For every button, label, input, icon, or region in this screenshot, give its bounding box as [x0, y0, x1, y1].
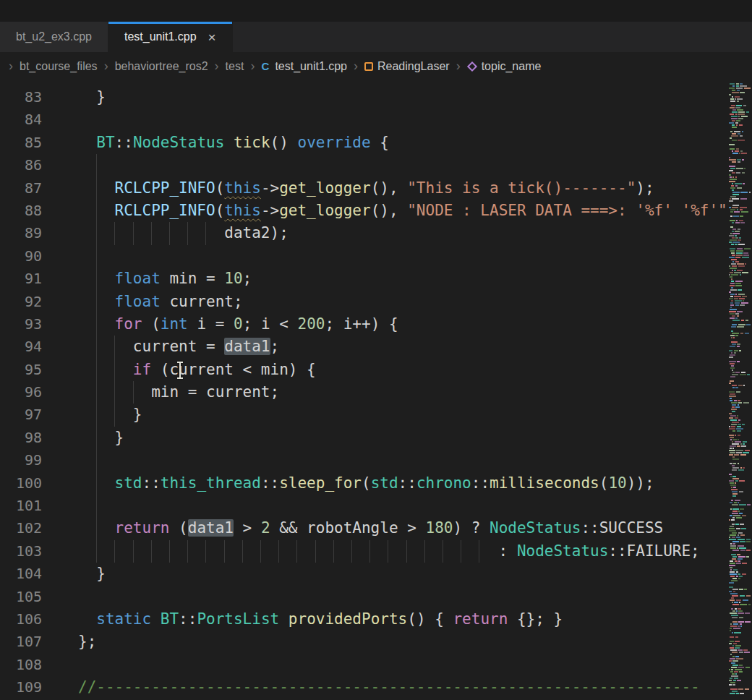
- code-token: BT: [161, 610, 179, 628]
- code-line-104[interactable]: 104 }: [0, 563, 752, 585]
- line-content: float current;: [78, 291, 752, 313]
- indent-guide: [96, 427, 97, 449]
- code-line-108[interactable]: 108: [0, 654, 752, 676]
- editor[interactable]: 83 }8485 BT::NodeStatus tick() override …: [0, 81, 752, 700]
- code-line-86[interactable]: 86: [0, 154, 752, 176]
- line-number: 108: [0, 654, 42, 676]
- code-token: int: [161, 315, 188, 333]
- line-content: }: [78, 86, 752, 108]
- code-line-107[interactable]: 107};: [0, 631, 752, 653]
- code-line-103[interactable]: 103 : NodeStatus::FAILURE;: [0, 540, 752, 563]
- code-token: {: [371, 134, 389, 151]
- code-line-87[interactable]: 87 RCLCPP_INFO(this->get_logger(), "This…: [0, 177, 752, 200]
- line-content: : NodeStatus::FAILURE;: [78, 540, 752, 563]
- mouse-ibeam-cursor: [176, 362, 184, 379]
- chevron-right-icon: ›: [354, 59, 358, 74]
- breadcrumb-item-topic_name[interactable]: topic_name: [467, 60, 542, 73]
- code-line-91[interactable]: 91 float min = 10;: [0, 268, 752, 290]
- code-token: NodeStatus: [490, 519, 581, 537]
- code-line-92[interactable]: 92 float current;: [0, 291, 752, 313]
- line-number: 98: [0, 427, 42, 449]
- code-line-94[interactable]: 94 current = data1;: [0, 336, 752, 358]
- code-token: [224, 134, 234, 151]
- indent-guide: [187, 540, 188, 563]
- code-token: NodeStatus: [133, 134, 224, 151]
- code-line-97[interactable]: 97 }: [0, 404, 752, 426]
- code-line-88[interactable]: 88 RCLCPP_INFO(this->get_logger(), "NODE…: [0, 200, 752, 222]
- indent-guide: [169, 222, 170, 244]
- code-token: ->: [261, 179, 279, 197]
- line-content: RCLCPP_INFO(this->get_logger(), "This is…: [78, 177, 752, 200]
- code-token: (: [599, 474, 609, 492]
- code-token: PortsList: [197, 610, 279, 628]
- line-number: 107: [0, 631, 42, 653]
- code-token: {}; }: [508, 610, 563, 628]
- line-number: 85: [0, 132, 42, 154]
- tab-test_unit1[interactable]: test_unit1.cpp ×: [108, 22, 233, 52]
- code-token: this: [224, 202, 261, 219]
- code-line-84[interactable]: 84: [0, 108, 752, 131]
- indent-guide: [96, 177, 97, 200]
- code-token: }: [78, 565, 106, 582]
- breadcrumb-item-ReadingLaser[interactable]: ReadingLaser: [364, 60, 450, 73]
- breadcrumb-item-bt_course_files[interactable]: bt_course_files: [20, 60, 98, 73]
- code-line-100[interactable]: 100 std::this_thread::sleep_for(std::chr…: [0, 472, 752, 495]
- code-token: for: [115, 315, 142, 333]
- code-line-102[interactable]: 102 return (data1 > 2 && robotAngle > 18…: [0, 517, 752, 539]
- code-line-99[interactable]: 99: [0, 449, 752, 471]
- line-content: [78, 586, 752, 608]
- code-line-98[interactable]: 98 }: [0, 427, 752, 449]
- indent-guide: [278, 540, 279, 563]
- code-line-106[interactable]: 106 static BT::PortsList providedPorts()…: [0, 608, 752, 631]
- indent-guide: [479, 540, 479, 563]
- indent-guide: [333, 540, 334, 563]
- tab-bt_u2_ex3[interactable]: bt_u2_ex3.cpp: [0, 22, 108, 52]
- code-token: ;: [270, 338, 280, 355]
- indent-guide: [205, 540, 206, 563]
- code-line-93[interactable]: 93 for (int i = 0; i < 200; i++) {: [0, 313, 752, 336]
- code-token: :: [78, 542, 517, 560]
- code-token: RCLCPP_INFO: [115, 202, 215, 219]
- code-line-109[interactable]: 109//-----------------------------------…: [0, 676, 752, 699]
- code-token: chrono: [416, 474, 471, 492]
- line-number: 103: [0, 540, 42, 563]
- line-content: }: [78, 404, 752, 426]
- indent-guide: [96, 381, 97, 404]
- code-token: ; i++) {: [325, 315, 398, 333]
- word-highlight: data1: [188, 519, 234, 537]
- line-number: 94: [0, 336, 42, 358]
- code-token: (),: [371, 179, 408, 197]
- breadcrumb-item-test_unit1.cpp[interactable]: test_unit1.cpp: [261, 60, 347, 73]
- line-content: std::this_thread::sleep_for(std::chrono:…: [78, 472, 752, 495]
- line-number: 90: [0, 245, 42, 268]
- line-content: }: [78, 427, 752, 449]
- code-line-85[interactable]: 85 BT::NodeStatus tick() override {: [0, 132, 752, 154]
- code-token: get_logger: [279, 202, 370, 219]
- breadcrumb-item-test[interactable]: test: [226, 60, 244, 73]
- code-token: sleep_for: [279, 474, 362, 492]
- indent-guide: [96, 359, 97, 381]
- breadcrumb-label: bt_course_files: [20, 60, 98, 73]
- indent-guide: [96, 517, 97, 539]
- minimap[interactable]: [728, 81, 752, 700]
- code-line-105[interactable]: 105: [0, 586, 752, 608]
- breadcrumb-item-behaviortree_ros2[interactable]: behaviortree_ros2: [115, 60, 208, 73]
- code-line-89[interactable]: 89 data2);: [0, 222, 752, 244]
- close-icon[interactable]: ×: [208, 30, 216, 44]
- code-token: return: [453, 610, 508, 628]
- code-token: 0: [234, 315, 243, 333]
- code-line-101[interactable]: 101: [0, 495, 752, 517]
- code-line-95[interactable]: 95 if (current < min) {: [0, 359, 752, 381]
- code-line-83[interactable]: 83 }: [0, 86, 752, 108]
- code-token: providedPorts: [289, 610, 407, 628]
- indent-guide: [114, 404, 115, 426]
- code-token: ::: [398, 474, 416, 492]
- title-bar: [0, 0, 752, 22]
- code-token: RCLCPP_INFO: [115, 179, 215, 197]
- code-line-90[interactable]: 90: [0, 245, 752, 268]
- code-line-96[interactable]: 96 min = current;: [0, 381, 752, 404]
- indent-guide: [260, 540, 261, 563]
- code-token: && robotAngle >: [270, 519, 426, 537]
- breadcrumb-label: topic_name: [482, 60, 542, 73]
- code-token: }: [78, 88, 106, 106]
